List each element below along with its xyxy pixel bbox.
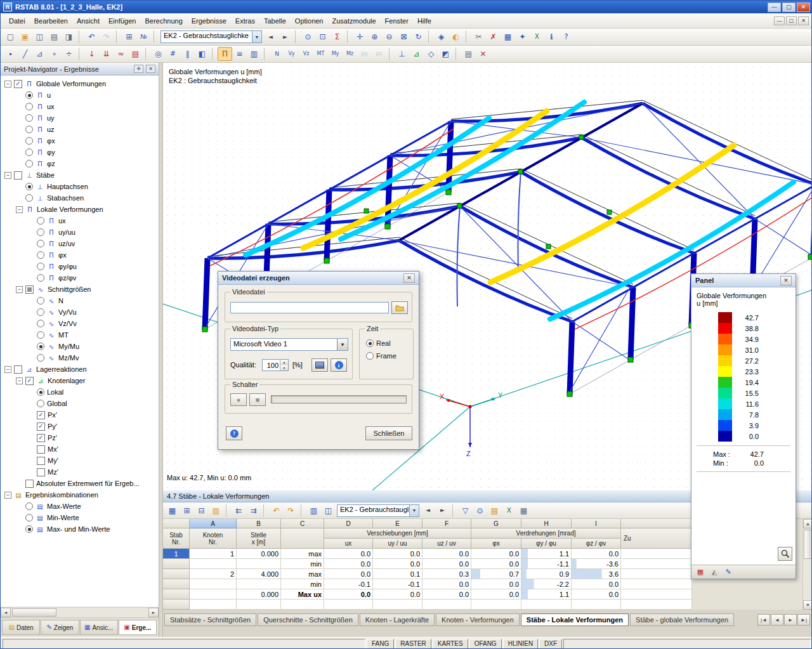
delete-row-button[interactable]: ⊟ [194,504,209,518]
radio-button[interactable] [366,339,374,347]
new-member-button[interactable]: ╱ [18,47,32,61]
checkbox[interactable] [37,445,45,454]
time-option-frame[interactable]: Frame [366,352,396,360]
tree-item-x[interactable]: Πφx [1,249,159,261]
radio-button[interactable] [37,331,44,339]
column-header-F[interactable]: F [422,519,471,528]
column-header-I[interactable]: I [572,519,621,528]
checkbox[interactable]: ✓ [25,377,34,385]
tree-item-z[interactable]: Πφz [1,158,159,169]
value-cell[interactable]: 0.0 [471,579,521,589]
divide-member-button[interactable]: ÷ [62,47,76,61]
spin-down-icon[interactable]: ▼ [280,365,288,371]
radio-button[interactable] [37,263,44,270]
menu-item-ansicht[interactable]: Ansicht [72,15,104,27]
redo-button[interactable]: ↷ [99,30,114,44]
imperfection-button[interactable]: ≈ [114,47,128,61]
tree-item-knotenlager[interactable]: −✓⊿Knotenlager [1,375,159,386]
knoten-cell[interactable]: 2 [190,569,237,579]
tree-item-y-u[interactable]: Πφy/φu [1,261,159,272]
value-cell[interactable]: 0.7 [471,569,521,579]
kind-cell[interactable]: max [281,549,324,559]
compression-settings-button[interactable] [311,358,328,372]
delete-button[interactable]: ✗ [486,30,501,44]
navigator-tab-ansic[interactable]: ▦Ansic... [80,620,118,635]
tree-item-pz[interactable]: ✓Pz' [1,432,159,443]
stelle-cell[interactable]: 4.000 [237,569,281,579]
tree-item-lagerreaktionen[interactable]: −⊿Lagerreaktionen [1,364,159,375]
rotate-view-button[interactable]: ↻ [411,30,426,44]
zu-cell[interactable] [621,559,692,569]
header-stelle[interactable]: Stellex [m] [237,528,281,549]
radio-button[interactable] [37,388,44,396]
radio-button[interactable] [25,525,33,533]
expander-icon[interactable]: − [16,377,23,384]
table-tab-st-be-globale-verformungen[interactable]: Stäbe - globale Verformungen [630,613,734,626]
tree-item-x[interactable]: Πφx [1,135,159,147]
video-file-input[interactable] [230,302,389,313]
chevron-down-icon[interactable]: ▾ [409,505,419,516]
isometric-view-button[interactable]: ◈ [434,30,449,44]
undo-table-button[interactable]: ↶ [269,504,284,518]
radio-button[interactable] [37,240,44,247]
load-cases-button[interactable]: ▤ [128,47,143,61]
modules-button[interactable]: ✦ [515,30,530,44]
new-hinge-button[interactable]: ∘ [47,47,62,61]
radio-button[interactable] [25,91,33,99]
value-cell[interactable]: 0.0 [422,579,471,589]
scroll-down-icon[interactable]: ▼ [803,600,812,610]
background-settings-button[interactable]: ◩ [438,47,453,61]
stelle-cell[interactable]: 0.000 [237,589,281,600]
radio-button[interactable] [37,343,44,350]
tree-item-z-v[interactable]: Πφz/φv [1,272,159,284]
radio-button[interactable] [37,217,44,225]
knoten-cell[interactable]: 1 [190,549,237,559]
scrollbar-thumb[interactable] [12,608,56,617]
result-pz-button[interactable]: pz [372,47,386,61]
value-cell[interactable]: 0.9 [521,569,572,579]
tree-item-globale-verformungen[interactable]: −✓ΠGlobale Verformungen [1,78,159,89]
radio-button[interactable] [25,148,33,156]
zoom-window-button[interactable]: ⊠ [396,30,411,44]
scroll-right-icon[interactable]: ► [148,608,159,617]
table-tab-stabs-tze-schnittgr-en[interactable]: Stabsätze - Schnittgrößen [164,613,256,626]
visibility-button[interactable]: ◎ [151,47,166,61]
header-stab[interactable]: StabNr. [163,528,190,549]
value-cell[interactable]: 0.0 [324,589,373,600]
radio-button[interactable] [37,297,44,305]
checkbox[interactable]: ✓ [37,423,45,431]
radio-button[interactable] [25,502,33,510]
menu-item-bearbeiten[interactable]: Bearbeiten [30,15,72,27]
tree-item-my[interactable]: My' [1,455,159,466]
panel-color-scale-button[interactable]: ▦ [694,567,707,578]
checkbox[interactable]: ✓ [37,434,45,442]
zoom-out-button[interactable]: ⊖ [382,30,396,44]
value-cell[interactable]: -2.2 [521,579,572,589]
status-toggle-raster[interactable]: RASTER [395,639,431,649]
value-cell[interactable]: -3.6 [572,559,621,569]
value-cell[interactable]: 0.0 [324,569,373,579]
undo-button[interactable]: ↶ [84,30,99,44]
tree-item-mz-mv[interactable]: ∿Mz/Mv [1,352,159,364]
navigator-hscrollbar[interactable]: ◄ ► [1,607,159,617]
tree-item-max-werte[interactable]: ▤Max-Werte [1,501,159,512]
table-next-loadcase-button[interactable]: ► [435,504,450,518]
zu-cell[interactable] [621,549,692,559]
next-loadcase-button[interactable]: ► [278,30,292,44]
spin-up-icon[interactable]: ▲ [280,360,288,365]
panel-zoom-button[interactable] [778,547,792,561]
result-mz-button[interactable]: Mz [343,47,357,61]
result-vz-button[interactable]: Vz [299,47,313,61]
stelle-cell[interactable] [237,559,281,569]
panel-toggle-button[interactable]: ▥ [247,47,261,61]
tree-item-max-und-min-werte[interactable]: ▤Max- und Min-Werte [1,523,159,535]
tree-item-mx[interactable]: Mx' [1,443,159,455]
checkbox[interactable] [37,468,45,476]
expander-icon[interactable]: − [4,172,11,179]
value-cell[interactable]: 0.0 [373,559,422,569]
panel-ramp-button[interactable]: ◭ [708,567,721,578]
result-my-button[interactable]: My [328,47,343,61]
supports-view-button[interactable]: ⊿ [409,47,424,61]
mdi-close-icon[interactable]: ✕ [798,16,809,25]
kind-cell[interactable]: Max ux [281,589,324,600]
